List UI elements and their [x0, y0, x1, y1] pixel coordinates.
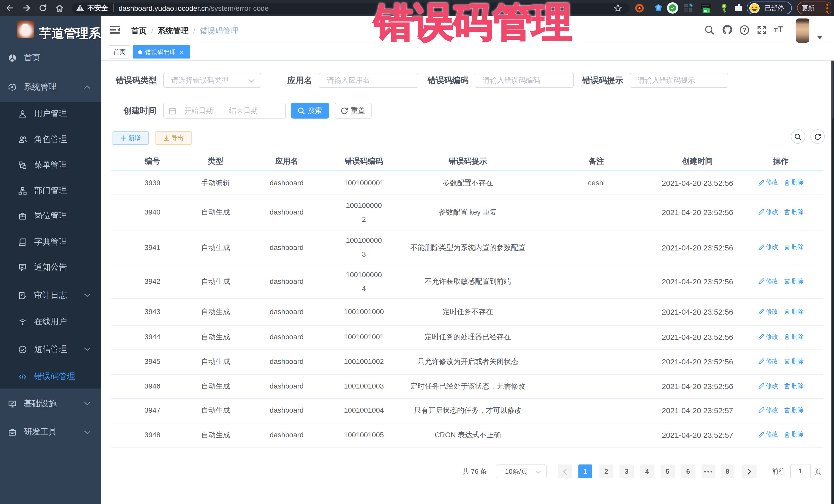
- svg-text:?: ?: [743, 26, 746, 33]
- svg-text:on: on: [704, 8, 708, 12]
